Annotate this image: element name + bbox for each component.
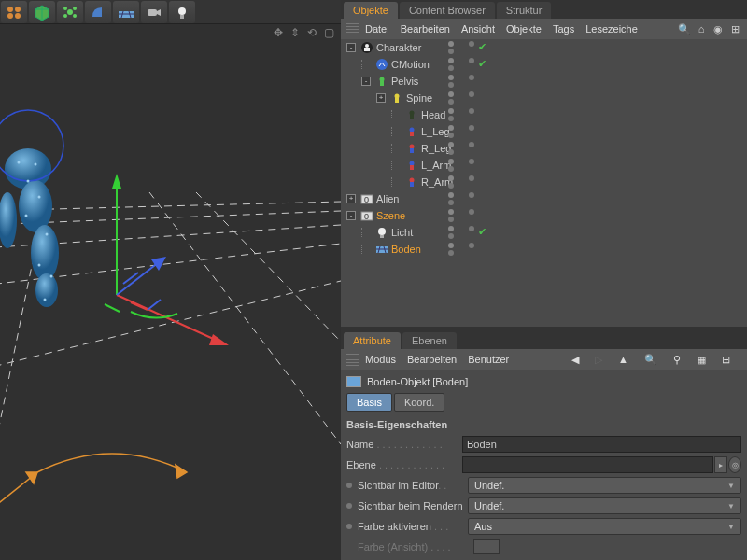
vis-dot-top[interactable] — [448, 175, 454, 181]
subtab-koord[interactable]: Koord. — [394, 393, 444, 412]
subtab-basis[interactable]: Basis — [346, 393, 392, 412]
zoom-icon[interactable]: ⇕ — [289, 26, 302, 41]
vis-dot-bottom[interactable] — [448, 65, 454, 71]
visibility-flags[interactable] — [448, 159, 474, 172]
tree-row-charakter[interactable]: -Charakter✔ — [341, 39, 747, 56]
visibility-flags[interactable] — [448, 175, 474, 189]
vis-dot-top[interactable] — [448, 91, 454, 97]
menu-objekte[interactable]: Objekte — [506, 23, 542, 35]
ebene-target-icon[interactable]: ◎ — [728, 456, 741, 473]
menu-benutzer[interactable]: Benutzer — [468, 354, 509, 365]
render-dot[interactable] — [469, 192, 474, 198]
vis-dot-bottom[interactable] — [448, 116, 454, 121]
tree-row-l_leg[interactable]: L_Leg — [341, 123, 747, 140]
expander-icon[interactable]: - — [361, 77, 371, 86]
visibility-flags[interactable] — [448, 142, 474, 155]
vis-dot-bottom[interactable] — [448, 233, 454, 239]
render-dot[interactable] — [469, 243, 474, 248]
menu-bearbeiten[interactable]: Bearbeiten — [401, 23, 450, 35]
expand-icon[interactable]: ⊞ — [722, 354, 730, 366]
menu-modus[interactable]: Modus — [365, 354, 396, 365]
vis-dot-bottom[interactable] — [448, 217, 454, 222]
floor-tool[interactable] — [113, 1, 139, 23]
tree-row-head[interactable]: Head — [341, 106, 747, 123]
anim-dot[interactable] — [346, 524, 352, 529]
visibility-flags[interactable] — [448, 75, 474, 88]
pan-icon[interactable]: ✥ — [272, 26, 285, 41]
visibility-flags[interactable] — [448, 91, 474, 105]
vis-dot-top[interactable] — [448, 142, 454, 147]
menu-lesezeichen[interactable]: Lesezeiche — [585, 23, 638, 35]
vis-dot-top[interactable] — [448, 209, 454, 215]
search-icon[interactable]: 🔍 — [644, 354, 657, 366]
grip-icon[interactable] — [346, 353, 359, 366]
grip-icon[interactable] — [346, 22, 359, 35]
tab-ebenen[interactable]: Ebenen — [402, 332, 457, 349]
lock-icon[interactable]: ⚲ — [673, 354, 681, 366]
vis-dot-top[interactable] — [448, 41, 454, 47]
viewport[interactable]: ✥ ⇕ ⟲ ▢ — [0, 24, 341, 560]
input-name[interactable] — [462, 436, 741, 453]
anim-dot[interactable] — [346, 503, 352, 509]
expander-icon[interactable]: + — [376, 93, 386, 103]
vis-dot-bottom[interactable] — [448, 133, 454, 138]
volume-tool[interactable] — [85, 1, 111, 23]
tree-row-r_leg[interactable]: R_Leg — [341, 140, 747, 157]
render-dot[interactable] — [469, 108, 474, 114]
tree-row-szene[interactable]: -0Szene — [341, 207, 747, 224]
visibility-flags[interactable] — [448, 108, 474, 121]
render-dot[interactable] — [469, 58, 474, 63]
vis-dot-top[interactable] — [448, 192, 454, 198]
tree-row-spine[interactable]: +Spine — [341, 90, 747, 106]
rotate-icon[interactable]: ⟲ — [305, 26, 318, 41]
tree-row-pelvis[interactable]: -Pelvis — [341, 73, 747, 90]
menu-bearbeiten[interactable]: Bearbeiten — [407, 354, 457, 365]
visibility-flags[interactable] — [448, 125, 474, 138]
new-icon[interactable]: ▦ — [697, 354, 706, 366]
vis-dot-bottom[interactable] — [448, 82, 454, 88]
tree-row-licht[interactable]: Licht✔ — [341, 224, 747, 241]
render-dot[interactable] — [469, 125, 474, 131]
visibility-flags[interactable] — [448, 192, 474, 205]
fwd-icon[interactable]: ▷ — [595, 354, 602, 366]
home-icon[interactable]: ⌂ — [695, 22, 708, 35]
vis-dot-bottom[interactable] — [448, 49, 454, 54]
vis-dot-top[interactable] — [448, 243, 454, 248]
eye-icon[interactable]: ◉ — [712, 22, 725, 35]
tab-objekte[interactable]: Objekte — [344, 2, 398, 19]
dropdown-sicht-rendern[interactable]: Undef.▼ — [468, 497, 741, 514]
visibility-flags[interactable] — [448, 243, 474, 256]
expander-icon[interactable]: - — [346, 43, 356, 52]
vis-dot-top[interactable] — [448, 159, 454, 164]
back-icon[interactable]: ◀ — [571, 354, 579, 366]
vis-dot-top[interactable] — [448, 226, 454, 231]
tree-row-l_arm[interactable]: L_Arm — [341, 157, 747, 174]
render-dot[interactable] — [469, 91, 474, 97]
tree-row-alien[interactable]: +0Alien — [341, 190, 747, 207]
render-dot[interactable] — [469, 75, 474, 80]
vis-dot-bottom[interactable] — [448, 250, 454, 256]
tab-content-browser[interactable]: Content Browser — [400, 2, 495, 19]
check-icon[interactable]: ✔ — [478, 226, 486, 239]
check-icon[interactable]: ✔ — [478, 58, 486, 71]
render-dot[interactable] — [469, 41, 474, 47]
menu-tags[interactable]: Tags — [553, 23, 574, 35]
render-dot[interactable] — [469, 159, 474, 164]
tree-row-r_arm[interactable]: R_Arm — [341, 174, 747, 190]
expander-icon[interactable]: - — [346, 211, 356, 220]
light-tool[interactable] — [169, 1, 195, 23]
tree-row-boden[interactable]: Boden — [341, 241, 747, 258]
object-hierarchy[interactable]: -Charakter✔CMotion✔-Pelvis+SpineHeadL_Le… — [341, 39, 747, 327]
cube-tool[interactable] — [29, 1, 55, 23]
vis-dot-top[interactable] — [448, 58, 454, 63]
up-icon[interactable]: ▲ — [618, 354, 628, 366]
render-dot[interactable] — [469, 209, 474, 215]
camera-tool[interactable] — [141, 1, 167, 23]
anim-dot[interactable] — [346, 483, 352, 488]
vis-dot-top[interactable] — [448, 125, 454, 131]
render-dot[interactable] — [469, 142, 474, 147]
tree-row-cmotion[interactable]: CMotion✔ — [341, 56, 747, 73]
ebene-arrow-icon[interactable]: ▸ — [714, 456, 727, 473]
frame-icon[interactable]: ▢ — [322, 26, 335, 41]
search-icon[interactable]: 🔍 — [678, 22, 691, 35]
